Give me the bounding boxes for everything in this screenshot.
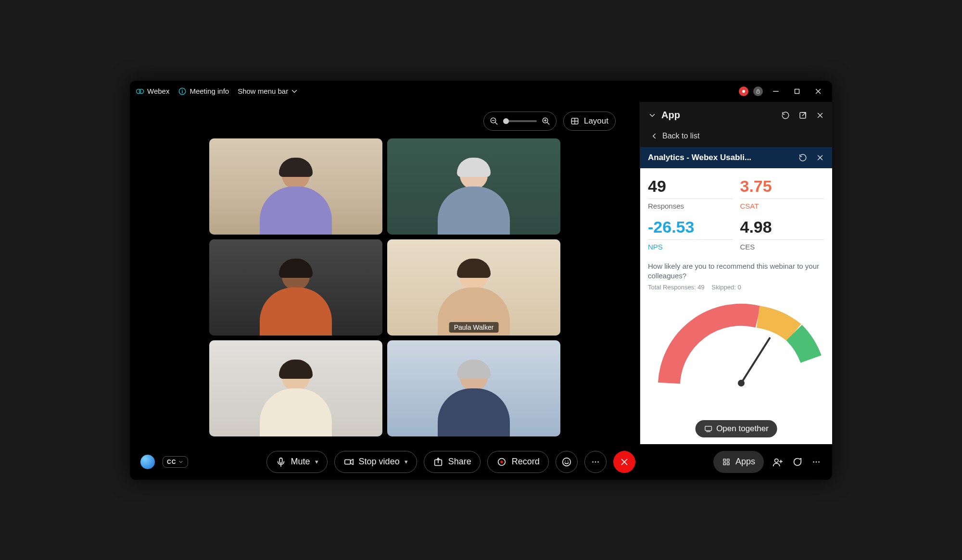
zoom-control[interactable] bbox=[483, 112, 557, 131]
share-icon bbox=[433, 457, 443, 467]
participants-icon[interactable] bbox=[772, 457, 783, 467]
bottom-toolbar: CC Mute ▾ Stop video ▾ Share Record bbox=[130, 444, 832, 480]
brand-label: Webex bbox=[147, 87, 169, 95]
metric-value: -26.53 bbox=[648, 218, 733, 236]
apps-label: Apps bbox=[735, 457, 755, 467]
svg-point-54 bbox=[813, 461, 814, 462]
more-options-button[interactable] bbox=[584, 451, 607, 473]
svg-line-15 bbox=[547, 122, 549, 124]
meeting-info-button[interactable]: Meeting info bbox=[178, 87, 229, 96]
window-maximize-button[interactable] bbox=[789, 85, 805, 98]
participant-tile[interactable] bbox=[387, 340, 560, 436]
end-call-button[interactable] bbox=[613, 451, 635, 473]
svg-line-22 bbox=[802, 112, 806, 116]
svg-rect-48 bbox=[727, 459, 729, 461]
close-icon[interactable] bbox=[816, 111, 824, 120]
nps-gauge-chart bbox=[648, 297, 824, 383]
metric-responses: 49 Responses bbox=[648, 177, 733, 210]
svg-point-41 bbox=[568, 460, 569, 461]
participant-name-chip: Paula Walker bbox=[449, 322, 499, 333]
webex-logo-icon bbox=[136, 87, 144, 96]
svg-point-42 bbox=[592, 461, 594, 462]
back-to-list-button[interactable]: Back to list bbox=[640, 129, 832, 147]
refresh-icon[interactable] bbox=[798, 153, 807, 162]
reactions-button[interactable] bbox=[556, 451, 578, 473]
participant-tile[interactable] bbox=[387, 138, 560, 235]
video-grid: Paula Walker bbox=[149, 138, 620, 436]
record-label: Record bbox=[512, 457, 540, 467]
metric-value: 49 bbox=[648, 177, 733, 196]
lock-indicator-icon[interactable] bbox=[753, 87, 763, 96]
svg-point-43 bbox=[595, 461, 596, 462]
window-close-button[interactable] bbox=[810, 85, 826, 98]
participant-tile-active[interactable]: Paula Walker bbox=[387, 239, 560, 336]
participant-tile[interactable] bbox=[209, 138, 382, 235]
chevron-down-icon[interactable]: ▾ bbox=[405, 458, 408, 465]
svg-point-4 bbox=[182, 89, 183, 90]
mute-button[interactable]: Mute ▾ bbox=[266, 451, 328, 473]
metric-csat: 3.75 CSAT bbox=[740, 177, 825, 210]
refresh-icon[interactable] bbox=[781, 111, 790, 120]
svg-line-27 bbox=[741, 337, 770, 383]
svg-point-40 bbox=[565, 460, 566, 461]
apps-icon bbox=[722, 458, 731, 466]
svg-marker-34 bbox=[350, 459, 353, 464]
analytics-title: Analytics - Webex Usabli... bbox=[648, 153, 751, 162]
metric-label: CES bbox=[740, 243, 825, 251]
metric-value: 4.98 bbox=[740, 218, 825, 236]
svg-point-44 bbox=[597, 461, 599, 462]
participant-tile[interactable] bbox=[209, 239, 382, 336]
open-together-button[interactable]: Open together bbox=[695, 420, 777, 437]
metric-label: CSAT bbox=[740, 202, 825, 210]
info-icon bbox=[178, 87, 187, 96]
layout-button[interactable]: Layout bbox=[563, 112, 616, 131]
recording-indicator-icon[interactable] bbox=[739, 87, 748, 96]
metric-nps: -26.53 NPS bbox=[648, 218, 733, 251]
close-icon bbox=[619, 457, 630, 467]
stop-video-button[interactable]: Stop video ▾ bbox=[334, 451, 417, 473]
apps-button[interactable]: Apps bbox=[713, 451, 764, 473]
show-menu-label: Show menu bar bbox=[238, 87, 288, 95]
chevron-left-icon bbox=[650, 132, 658, 140]
chevron-down-icon[interactable] bbox=[648, 111, 657, 120]
app-panel: App Back to list Analytics - Webex Usabl… bbox=[640, 102, 832, 444]
zoom-in-icon[interactable] bbox=[542, 117, 550, 125]
ellipsis-icon[interactable] bbox=[811, 457, 822, 467]
show-menu-bar-button[interactable]: Show menu bar bbox=[238, 87, 299, 96]
camera-icon bbox=[343, 457, 354, 467]
participant-tile[interactable] bbox=[209, 340, 382, 436]
chat-icon[interactable] bbox=[792, 457, 802, 467]
svg-point-5 bbox=[742, 90, 745, 93]
mute-label: Mute bbox=[291, 457, 310, 467]
metric-value: 3.75 bbox=[740, 177, 825, 196]
metric-ces: 4.98 CES bbox=[740, 218, 825, 251]
svg-rect-49 bbox=[723, 462, 726, 465]
open-together-label: Open together bbox=[716, 424, 769, 434]
smile-icon bbox=[561, 457, 572, 467]
svg-point-28 bbox=[738, 380, 745, 386]
svg-point-38 bbox=[500, 460, 503, 463]
zoom-slider[interactable] bbox=[503, 120, 537, 122]
popout-icon[interactable] bbox=[798, 111, 807, 120]
close-icon[interactable] bbox=[816, 153, 824, 162]
window-minimize-button[interactable] bbox=[768, 85, 784, 98]
app-panel-header: App bbox=[640, 102, 832, 129]
open-together-icon bbox=[704, 424, 712, 433]
chevron-down-icon[interactable]: ▾ bbox=[315, 458, 318, 465]
svg-point-51 bbox=[775, 459, 778, 462]
record-button[interactable]: Record bbox=[487, 451, 549, 473]
record-icon bbox=[496, 457, 507, 467]
video-area: Layout Paula Wa bbox=[130, 102, 640, 444]
share-button[interactable]: Share bbox=[424, 451, 481, 473]
metric-label: Responses bbox=[648, 202, 733, 210]
survey-question: How likely are you to recommend this web… bbox=[648, 261, 824, 281]
svg-rect-31 bbox=[279, 458, 282, 463]
back-label: Back to list bbox=[662, 132, 699, 140]
zoom-out-icon[interactable] bbox=[490, 117, 498, 125]
microphone-icon bbox=[276, 457, 286, 467]
analytics-title-bar: Analytics - Webex Usabli... bbox=[640, 147, 832, 168]
meeting-info-label: Meeting info bbox=[190, 87, 229, 95]
closed-captions-button[interactable]: CC bbox=[163, 456, 188, 468]
assistant-icon[interactable] bbox=[140, 455, 155, 469]
title-bar: Webex Meeting info Show menu bar bbox=[130, 81, 832, 102]
